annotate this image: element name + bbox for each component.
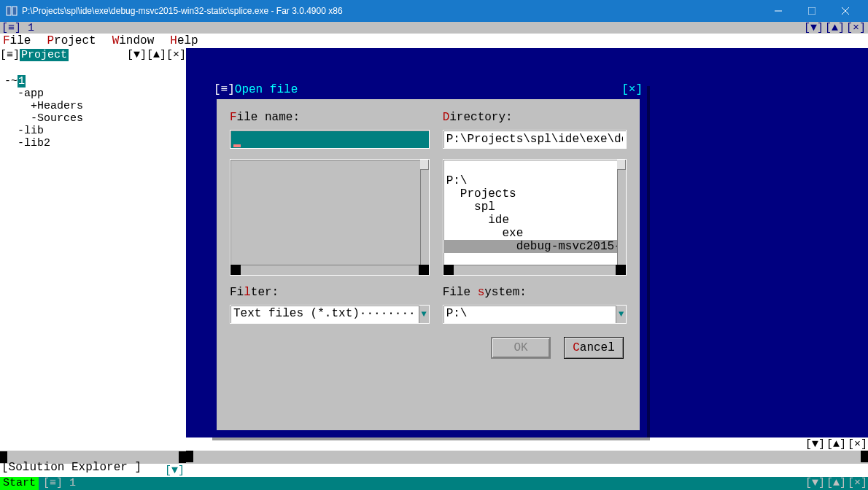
scroll-left-icon[interactable] — [186, 451, 193, 462]
filter-combo[interactable]: Text files (*.txt)········ ▼ — [230, 305, 430, 324]
dir-row-selected[interactable]: debug-msvc2015-win32-st — [443, 240, 617, 253]
dir-row[interactable]: exe — [446, 227, 524, 240]
chevron-down-icon[interactable]: ▼ — [616, 306, 626, 323]
sidebar-close-icon[interactable]: [×] — [166, 49, 186, 61]
directory-input[interactable] — [443, 130, 627, 149]
tree-node-app[interactable]: -app — [4, 88, 44, 100]
titlebar: P:\Projects\spl\ide\exe\debug-msvc2015-w… — [0, 0, 868, 22]
minimize-button[interactable] — [762, 0, 795, 22]
menu-window[interactable]: Window — [112, 34, 155, 47]
tree-node-lib2[interactable]: -lib2 — [4, 137, 50, 149]
scroll-right-icon[interactable] — [419, 265, 429, 275]
tree-node-sources[interactable]: -Sources — [4, 112, 83, 125]
close-button[interactable] — [829, 0, 862, 22]
dir-row[interactable]: P:\ — [446, 174, 468, 187]
sidebar-up-icon[interactable]: [▲] — [147, 49, 166, 61]
editor-hscroll[interactable] — [186, 451, 868, 464]
filename-label: File name: — [230, 111, 430, 124]
filter-label: Filter: — [230, 286, 430, 299]
status-down-icon[interactable]: [▼] — [805, 477, 826, 490]
editor-down-icon[interactable]: [▼] — [805, 438, 826, 451]
svg-rect-0 — [7, 7, 11, 15]
scroll-right-icon[interactable] — [861, 451, 868, 462]
hscrollbar[interactable] — [230, 265, 429, 275]
filesystem-combo[interactable]: P:\ ▼ — [443, 305, 627, 324]
app-icon — [6, 5, 18, 17]
scroll-left-icon[interactable] — [230, 265, 241, 275]
dir-row[interactable]: Projects — [446, 187, 516, 201]
project-tree[interactable]: -~1 -app +Headers -Sources -lib -lib2 — [0, 61, 186, 163]
statusbar: Start [≡] 1 [▼] [▲] [×] — [0, 477, 868, 490]
sidebar-dropdown-icon[interactable]: [▼] — [165, 464, 185, 477]
open-file-dialog: [≡] Open file [×] File name: Filter: Te — [209, 83, 647, 438]
tree-node-root[interactable]: -~1 — [4, 75, 26, 88]
menu-help[interactable]: Help — [170, 34, 198, 47]
dir-row[interactable]: spl — [446, 201, 495, 214]
window-title: P:\Projects\spl\ide\exe\debug-msvc2015-w… — [22, 6, 343, 16]
filter-value: Text files (*.txt)········ — [230, 306, 419, 323]
cancel-button[interactable]: Cancel — [564, 337, 624, 359]
status-close-icon[interactable]: [×] — [847, 477, 868, 490]
maximize-button[interactable] — [795, 0, 829, 22]
tree-node-headers[interactable]: +Headers — [4, 100, 83, 112]
scroll-right-icon[interactable] — [179, 451, 186, 463]
svg-rect-1 — [12, 7, 17, 15]
sidebar: [≡] Project [▼] [▲] [×] -~1 -app +Header… — [0, 48, 186, 477]
top-tab-marker[interactable]: [≡] 1 — [1, 22, 34, 34]
sidebar-footer: [Solution Explorer ] [▼] — [0, 464, 186, 477]
menu-project[interactable]: Project — [47, 34, 96, 47]
sidebar-header: [≡] Project [▼] [▲] [×] — [0, 48, 186, 61]
filesystem-value: P:\ — [443, 306, 616, 323]
sidebar-footer-label: [Solution Explorer ] — [1, 461, 142, 474]
editor-close-icon[interactable]: [×] — [847, 438, 868, 451]
dir-row[interactable]: ide — [446, 214, 509, 227]
vscrollbar[interactable] — [617, 160, 626, 265]
tree-node-lib[interactable]: -lib — [4, 125, 44, 137]
directory-label: Directory: — [443, 111, 627, 124]
top-strip-close-icon[interactable]: [×] — [845, 22, 867, 34]
scroll-left-icon[interactable] — [443, 265, 454, 275]
svg-rect-3 — [808, 7, 815, 15]
dialog-titlebar: [≡] Open file [×] — [209, 83, 647, 99]
status-up-icon[interactable]: [▲] — [826, 477, 847, 490]
vscrollbar[interactable] — [420, 160, 429, 265]
filename-input[interactable] — [230, 130, 430, 149]
file-listbox[interactable] — [230, 159, 430, 276]
hscrollbar[interactable] — [443, 265, 626, 275]
dialog-marker[interactable]: [≡] — [214, 83, 235, 96]
menu-file[interactable]: FFileile — [3, 34, 31, 47]
ok-button: OK — [491, 337, 551, 359]
directory-listbox[interactable]: P:\ Projects spl ide exe debug-msvc2015-… — [443, 159, 627, 276]
app-area: [≡] 1 [▼] [▲] [×] FFileile Project Windo… — [0, 22, 868, 490]
editor-footer — [186, 464, 868, 477]
top-strip-up-icon[interactable]: [▲] — [824, 22, 845, 34]
status-tab[interactable]: [≡] 1 — [39, 477, 80, 490]
editor-up-icon[interactable]: [▲] — [826, 438, 847, 451]
sidebar-tab-marker[interactable]: [≡] — [0, 49, 20, 61]
sidebar-title: Project — [20, 49, 69, 61]
top-strip: [≡] 1 [▼] [▲] [×] — [0, 22, 868, 34]
editor-strip: [▼] [▲] [×] — [186, 438, 868, 451]
top-strip-down-icon[interactable]: [▼] — [803, 22, 824, 34]
sidebar-down-icon[interactable]: [▼] — [127, 49, 147, 61]
menubar: FFileile Project Window Help — [0, 34, 868, 48]
status-start[interactable]: Start — [0, 477, 39, 490]
filesystem-label: File system: — [443, 286, 627, 299]
chevron-down-icon[interactable]: ▼ — [419, 306, 429, 323]
scroll-right-icon[interactable] — [616, 265, 626, 275]
dialog-title: Open file — [235, 83, 298, 96]
dialog-close-icon[interactable]: [×] — [621, 83, 643, 96]
